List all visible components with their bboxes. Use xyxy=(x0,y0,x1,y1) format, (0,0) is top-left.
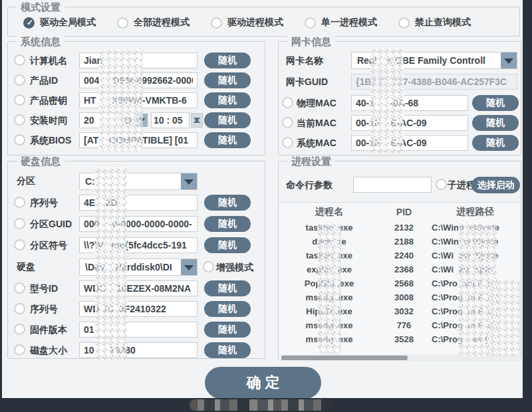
mode-option-all-process[interactable]: 全部进程模式 xyxy=(117,17,190,29)
header-process-name: 进程名 xyxy=(279,206,379,218)
physical-mac-input[interactable] xyxy=(351,95,468,111)
nic-info-title: 网卡信息 xyxy=(287,36,335,49)
radio-system-mac[interactable] xyxy=(282,137,293,148)
radio-partition-guid[interactable] xyxy=(14,218,25,229)
mode-option-label: 禁止查询模式 xyxy=(415,17,471,29)
random-firmware-button[interactable]: 随机 xyxy=(204,322,251,338)
chevron-down-icon[interactable] xyxy=(181,173,197,189)
radio-partition-symbol[interactable] xyxy=(14,239,25,251)
app-window: 模式设置 驱动全局模式 全部进程模式 驱动进程模式 单一进程模式 禁止查询模式 … xyxy=(2,0,523,398)
computer-name-label: 计算机名 xyxy=(30,55,67,67)
redaction-patch xyxy=(95,167,127,360)
mode-option-label: 单一进程模式 xyxy=(321,17,377,29)
redaction-patch xyxy=(489,279,520,356)
header-pid: PID xyxy=(379,207,429,217)
scrollbar-thumb[interactable] xyxy=(281,356,408,360)
radio-icon[interactable] xyxy=(398,17,410,29)
radio-computer-name[interactable] xyxy=(14,54,25,66)
random-disk-serial-button[interactable]: 随机 xyxy=(204,301,251,317)
mode-option-label: 全部进程模式 xyxy=(134,17,190,29)
partition-label: 分区 xyxy=(17,175,35,187)
random-volume-serial-button[interactable]: 随机 xyxy=(204,195,251,211)
chevron-down-icon[interactable] xyxy=(501,52,517,68)
disk-size-label: 磁盘大小 xyxy=(30,345,67,357)
system-info-title: 系统信息 xyxy=(17,36,65,49)
desktop-background: 模式设置 驱动全局模式 全部进程模式 驱动进程模式 单一进程模式 禁止查询模式 … xyxy=(0,0,532,412)
bios-label: 系统BIOS xyxy=(30,135,71,147)
random-partition-guid-button[interactable]: 随机 xyxy=(204,216,251,232)
random-model-id-button[interactable]: 随机 xyxy=(204,280,251,296)
radio-disk-size[interactable] xyxy=(14,344,25,356)
radio-product-id[interactable] xyxy=(14,74,25,86)
radio-disk-serial[interactable] xyxy=(14,303,25,314)
partition-symbol-label: 分区符号 xyxy=(30,240,67,252)
radio-model-id[interactable] xyxy=(14,282,25,294)
random-partition-symbol-button[interactable]: 随机 xyxy=(204,237,251,253)
nic-name-label: 网卡名称 xyxy=(286,55,323,67)
volume-serial-label: 序列号 xyxy=(30,197,58,209)
radio-volume-serial[interactable] xyxy=(14,197,25,208)
current-mac-label: 当前MAC xyxy=(297,118,336,130)
process-table-header: 进程名 PID 进程路径 xyxy=(279,203,520,221)
system-mac-input[interactable] xyxy=(351,135,468,151)
install-time-label: 安装时间 xyxy=(30,115,67,127)
mode-option-driver-global[interactable]: 驱动全局模式 xyxy=(23,17,96,29)
cmdline-input[interactable] xyxy=(353,177,432,193)
random-computer-name-button[interactable]: 随机 xyxy=(204,52,251,68)
mode-option-label: 驱动进程模式 xyxy=(227,17,283,29)
random-product-key-button[interactable]: 随机 xyxy=(204,92,251,108)
radio-install-time[interactable] xyxy=(14,114,25,126)
chevron-down-icon[interactable] xyxy=(181,259,197,275)
model-id-label: 型号ID xyxy=(30,283,58,295)
physical-mac-label: 物理MAC xyxy=(297,98,336,110)
disk-info-title: 硬盘信息 xyxy=(17,155,65,168)
product-key-label: 产品密钥 xyxy=(30,95,67,107)
radio-bios[interactable] xyxy=(14,134,25,146)
firmware-label: 固件版本 xyxy=(30,324,67,336)
redaction-patch xyxy=(190,399,332,411)
mode-option-no-query[interactable]: 禁止查询模式 xyxy=(398,17,471,29)
radio-enhanced-mode[interactable] xyxy=(203,261,214,272)
radio-current-mac[interactable] xyxy=(282,117,293,128)
mode-option-single-process[interactable]: 单一进程模式 xyxy=(305,17,377,29)
random-disk-size-button[interactable]: 随机 xyxy=(204,342,251,358)
time-spinner[interactable] xyxy=(191,113,203,128)
radio-icon[interactable] xyxy=(117,17,128,29)
radio-firmware[interactable] xyxy=(14,324,25,335)
cmdline-label: 命令行参数 xyxy=(286,179,332,191)
disk-serial-label: 序列号 xyxy=(30,304,58,316)
radio-icon[interactable] xyxy=(211,17,222,29)
current-mac-input[interactable] xyxy=(351,115,468,131)
radio-icon[interactable] xyxy=(305,17,316,29)
install-clock-input[interactable] xyxy=(151,112,190,128)
random-physical-mac-button[interactable]: 随机 xyxy=(472,95,519,111)
header-process-path: 进程路径 xyxy=(429,206,519,218)
mode-options-row: 驱动全局模式 全部进程模式 驱动进程模式 单一进程模式 禁止查询模式 xyxy=(23,17,471,29)
random-system-mac-button[interactable]: 随机 xyxy=(472,135,519,151)
select-start-button[interactable]: 选择启动 xyxy=(471,177,520,193)
mode-option-label: 驱动全局模式 xyxy=(40,17,96,29)
redaction-patch xyxy=(370,48,404,153)
radio-child-process[interactable] xyxy=(436,179,447,190)
random-bios-button[interactable]: 随机 xyxy=(204,132,251,148)
mode-settings-title: 模式设置 xyxy=(17,1,65,14)
radio-product-key[interactable] xyxy=(14,94,25,106)
random-current-mac-button[interactable]: 随机 xyxy=(472,115,519,131)
system-mac-label: 系统MAC xyxy=(297,138,336,150)
enhanced-mode-label: 增强模式 xyxy=(216,262,253,274)
random-product-id-button[interactable]: 随机 xyxy=(204,72,251,88)
process-settings-title: 进程设置 xyxy=(287,155,335,168)
partition-guid-label: 分区GUID xyxy=(30,219,72,231)
product-id-label: 产品ID xyxy=(30,75,58,87)
disk-label: 硬盘 xyxy=(17,261,35,273)
random-install-time-button[interactable]: 随机 xyxy=(204,112,251,128)
redaction-patch xyxy=(317,223,341,354)
ok-button[interactable]: 确定 xyxy=(205,367,321,398)
nic-guid-label: 网卡GUID xyxy=(286,76,328,88)
mode-option-driver-process[interactable]: 驱动进程模式 xyxy=(211,17,283,29)
redaction-patch xyxy=(99,49,143,152)
radio-physical-mac[interactable] xyxy=(282,97,293,108)
radio-checked-icon[interactable] xyxy=(23,17,35,29)
